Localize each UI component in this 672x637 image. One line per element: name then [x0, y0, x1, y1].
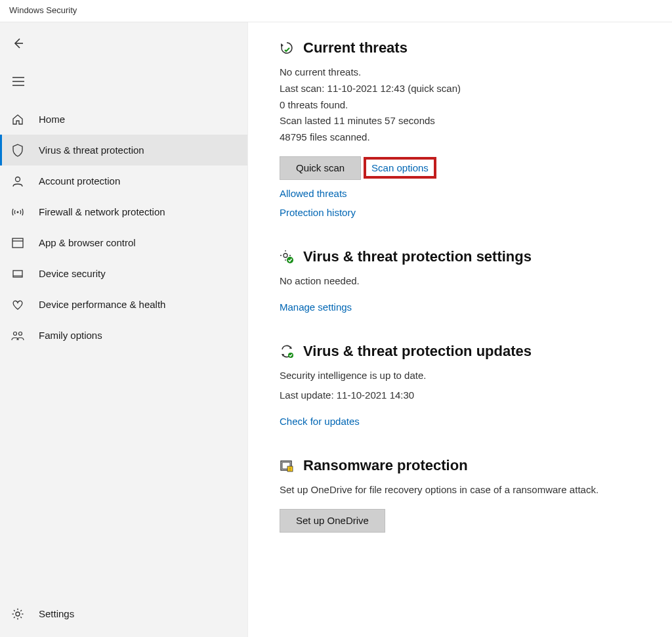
back-arrow-icon: [12, 37, 25, 50]
sidebar-item-label: Device performance & health: [39, 299, 247, 310]
threats-duration: Scan lasted 11 minutes 57 seconds: [280, 113, 659, 129]
heart-icon: [11, 298, 24, 311]
people-icon: [11, 329, 24, 342]
sidebar-item-device-security[interactable]: Device security: [0, 258, 247, 289]
sidebar-item-home[interactable]: Home: [0, 104, 247, 135]
quick-scan-button[interactable]: Quick scan: [280, 156, 361, 180]
sidebar-item-settings[interactable]: Settings: [0, 598, 247, 629]
svg-point-5: [17, 211, 19, 213]
protection-history-link[interactable]: Protection history: [280, 207, 659, 218]
updates-last-update: Last update: 11-10-2021 14:30: [280, 387, 659, 404]
sidebar-item-virus-threat[interactable]: Virus & threat protection: [0, 135, 247, 165]
svg-line-19: [14, 617, 15, 618]
manage-settings-link[interactable]: Manage settings: [280, 301, 659, 313]
section-ransomware: ! Ransomware protection Set up OneDrive …: [280, 457, 659, 533]
home-icon: [11, 113, 24, 126]
allowed-threats-link[interactable]: Allowed threats: [280, 188, 659, 199]
updates-status: Security intelligence is up to date.: [280, 368, 659, 384]
window-title: Windows Security: [9, 5, 77, 15]
back-button[interactable]: [4, 30, 33, 56]
scan-options-link[interactable]: Scan options: [371, 162, 429, 173]
check-updates-link[interactable]: Check for updates: [280, 416, 659, 427]
svg-point-27: [287, 257, 293, 263]
antenna-icon: [11, 206, 24, 219]
threats-no-threats: No current threats.: [280, 64, 659, 81]
sidebar-nav: Home Virus & threat protection Account p…: [0, 104, 247, 598]
history-check-icon: [280, 41, 294, 55]
window-icon: [11, 236, 24, 250]
shield-icon: [11, 144, 24, 157]
svg-point-11: [19, 332, 22, 335]
sidebar: Home Virus & threat protection Account p…: [0, 22, 248, 637]
ransomware-title: Ransomware protection: [303, 457, 468, 474]
section-current-threats: Current threats No current threats. Last…: [280, 39, 659, 218]
sidebar-item-account-protection[interactable]: Account protection: [0, 165, 247, 196]
refresh-check-icon: [280, 344, 294, 359]
gear-icon: [11, 607, 24, 621]
sidebar-item-app-browser[interactable]: App & browser control: [0, 227, 247, 258]
hamburger-icon: [12, 77, 24, 86]
svg-line-17: [14, 610, 15, 611]
svg-line-18: [20, 617, 22, 618]
threats-last-scan: Last scan: 11-10-2021 12:43 (quick scan): [280, 81, 659, 97]
chip-icon: [11, 267, 24, 280]
section-vt-settings: Virus & threat protection settings No ac…: [280, 248, 659, 313]
svg-point-4: [16, 177, 20, 181]
sidebar-item-label: Firewall & network protection: [39, 206, 247, 217]
sidebar-item-label: Family options: [39, 330, 247, 341]
sidebar-item-family-options[interactable]: Family options: [0, 320, 247, 351]
sidebar-item-firewall[interactable]: Firewall & network protection: [0, 196, 247, 227]
sidebar-item-label: Settings: [39, 608, 247, 619]
svg-line-20: [20, 610, 22, 611]
svg-point-10: [14, 332, 17, 335]
vtsettings-status: No action needed.: [280, 273, 659, 290]
section-vt-updates: Virus & threat protection updates Securi…: [280, 343, 659, 428]
sidebar-item-label: Virus & threat protection: [39, 144, 247, 156]
threats-title: Current threats: [303, 39, 408, 56]
highlight-scan-options: Scan options: [364, 157, 436, 179]
svg-text:!: !: [289, 467, 291, 472]
sidebar-item-label: Device security: [39, 268, 247, 279]
window-title-bar: Windows Security: [0, 0, 672, 22]
svg-point-12: [16, 612, 20, 616]
gear-check-icon: [280, 250, 294, 264]
svg-rect-6: [12, 238, 23, 248]
sidebar-item-device-performance[interactable]: Device performance & health: [0, 289, 247, 320]
sidebar-item-label: Home: [39, 114, 247, 125]
folder-warn-icon: !: [280, 458, 294, 473]
svg-point-22: [284, 253, 287, 257]
hamburger-menu-button[interactable]: [4, 68, 33, 95]
sidebar-item-label: App & browser control: [39, 237, 247, 248]
ransomware-desc: Set up OneDrive for file recovery option…: [280, 482, 659, 498]
threats-files: 48795 files scanned.: [280, 129, 659, 146]
sidebar-item-label: Account protection: [39, 175, 247, 187]
updates-title: Virus & threat protection updates: [303, 343, 532, 360]
vtsettings-title: Virus & threat protection settings: [303, 248, 532, 265]
main-content: Current threats No current threats. Last…: [248, 22, 672, 637]
person-icon: [11, 175, 24, 188]
setup-onedrive-button[interactable]: Set up OneDrive: [280, 509, 385, 533]
threats-found: 0 threats found.: [280, 97, 659, 114]
